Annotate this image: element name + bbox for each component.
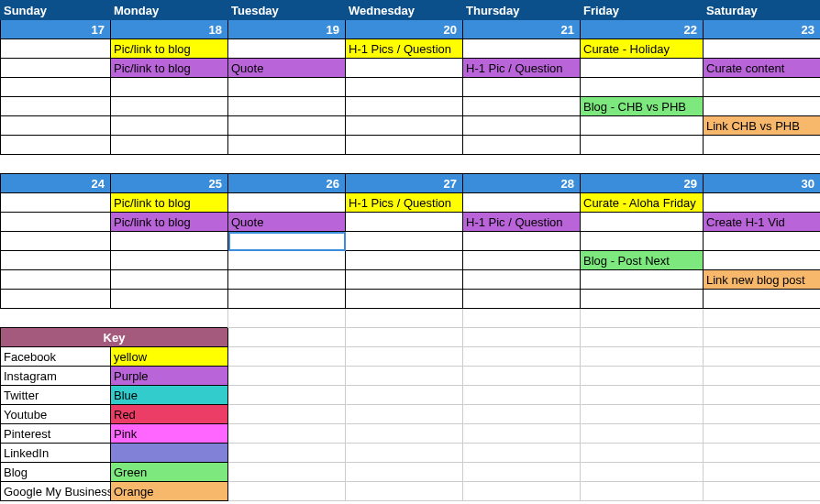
cell[interactable]: [111, 251, 228, 270]
cell[interactable]: [346, 232, 463, 251]
cell[interactable]: [463, 270, 581, 290]
date-cell[interactable]: 21: [463, 20, 581, 39]
cell[interactable]: [704, 136, 821, 155]
cell[interactable]: [111, 78, 228, 97]
cell[interactable]: [346, 290, 463, 309]
key-platform[interactable]: Facebook: [1, 347, 111, 367]
cell[interactable]: [463, 347, 581, 367]
key-platform[interactable]: Blog: [1, 463, 111, 482]
cell[interactable]: [463, 136, 581, 155]
key-color[interactable]: Purple: [111, 367, 228, 386]
cell[interactable]: [463, 78, 581, 97]
cell[interactable]: [346, 463, 463, 482]
cell[interactable]: [581, 270, 704, 290]
cell[interactable]: H-1 Pics / Question: [346, 39, 463, 59]
date-cell[interactable]: 22: [581, 20, 704, 39]
cell[interactable]: [1, 116, 111, 136]
cell[interactable]: [228, 136, 346, 155]
cell[interactable]: [581, 328, 704, 347]
cell[interactable]: Link CHB vs PHB: [704, 116, 821, 136]
cell[interactable]: H-1 Pic / Question: [463, 213, 581, 232]
cell[interactable]: [346, 328, 463, 347]
cell[interactable]: [704, 328, 821, 347]
cell[interactable]: [228, 116, 346, 136]
cell[interactable]: [704, 97, 821, 116]
cell[interactable]: [581, 59, 704, 78]
cell[interactable]: [111, 136, 228, 155]
cell[interactable]: Curate content: [704, 59, 821, 78]
cell[interactable]: [346, 116, 463, 136]
cell[interactable]: [581, 367, 704, 386]
cell[interactable]: [704, 424, 821, 444]
key-color[interactable]: Green: [111, 463, 228, 482]
cell[interactable]: [463, 405, 581, 424]
cell[interactable]: [228, 193, 346, 213]
cell[interactable]: [346, 386, 463, 405]
cell[interactable]: [581, 309, 704, 328]
key-color[interactable]: yellow: [111, 347, 228, 367]
cell[interactable]: [463, 309, 581, 328]
cell[interactable]: [704, 290, 821, 309]
cell[interactable]: [1, 193, 111, 213]
cell[interactable]: Pic/link to blog: [111, 59, 228, 78]
date-cell[interactable]: 25: [111, 174, 228, 193]
key-platform[interactable]: Google My Business: [1, 482, 111, 501]
cell[interactable]: [463, 251, 581, 270]
cell[interactable]: [463, 232, 581, 251]
cell[interactable]: [228, 463, 346, 482]
cell[interactable]: [463, 290, 581, 309]
key-color[interactable]: Blue: [111, 386, 228, 405]
cell[interactable]: [463, 463, 581, 482]
cell[interactable]: [704, 405, 821, 424]
cell[interactable]: [346, 251, 463, 270]
cell[interactable]: [581, 386, 704, 405]
cell[interactable]: [228, 482, 346, 501]
cell[interactable]: [1, 251, 111, 270]
cell[interactable]: [1, 213, 111, 232]
cell[interactable]: Link new blog post: [704, 270, 821, 290]
cell[interactable]: [704, 78, 821, 97]
cell[interactable]: [228, 309, 346, 328]
cell[interactable]: [228, 386, 346, 405]
cell[interactable]: [111, 270, 228, 290]
cell[interactable]: [346, 444, 463, 463]
date-cell[interactable]: 26: [228, 174, 346, 193]
cell[interactable]: [704, 463, 821, 482]
cell[interactable]: Pic/link to blog: [111, 213, 228, 232]
key-platform[interactable]: Youtube: [1, 405, 111, 424]
cell[interactable]: [1, 39, 111, 59]
cell[interactable]: [704, 193, 821, 213]
cell[interactable]: Quote: [228, 59, 346, 78]
key-color[interactable]: Pink: [111, 424, 228, 444]
cell[interactable]: [111, 232, 228, 251]
cell[interactable]: [346, 136, 463, 155]
cell[interactable]: [1, 59, 111, 78]
cell[interactable]: [581, 213, 704, 232]
key-platform[interactable]: Twitter: [1, 386, 111, 405]
cell[interactable]: [228, 39, 346, 59]
cell[interactable]: [346, 213, 463, 232]
cell[interactable]: [346, 424, 463, 444]
key-platform[interactable]: Pinterest: [1, 424, 111, 444]
cell[interactable]: [346, 405, 463, 424]
cell[interactable]: [704, 482, 821, 501]
cell[interactable]: [704, 251, 821, 270]
cell[interactable]: [228, 328, 346, 347]
cell[interactable]: [463, 116, 581, 136]
cell[interactable]: [581, 136, 704, 155]
cell[interactable]: [228, 444, 346, 463]
cell[interactable]: [1, 232, 111, 251]
cell[interactable]: [346, 270, 463, 290]
cell[interactable]: [111, 116, 228, 136]
cell[interactable]: [704, 309, 821, 328]
cell[interactable]: [228, 270, 346, 290]
cell[interactable]: [704, 232, 821, 251]
cell[interactable]: [228, 405, 346, 424]
cell[interactable]: [1, 136, 111, 155]
cell[interactable]: [581, 405, 704, 424]
cell[interactable]: [581, 232, 704, 251]
cell[interactable]: [704, 39, 821, 59]
cell[interactable]: [346, 59, 463, 78]
cell[interactable]: Blog - Post Next: [581, 251, 704, 270]
cell[interactable]: [581, 482, 704, 501]
